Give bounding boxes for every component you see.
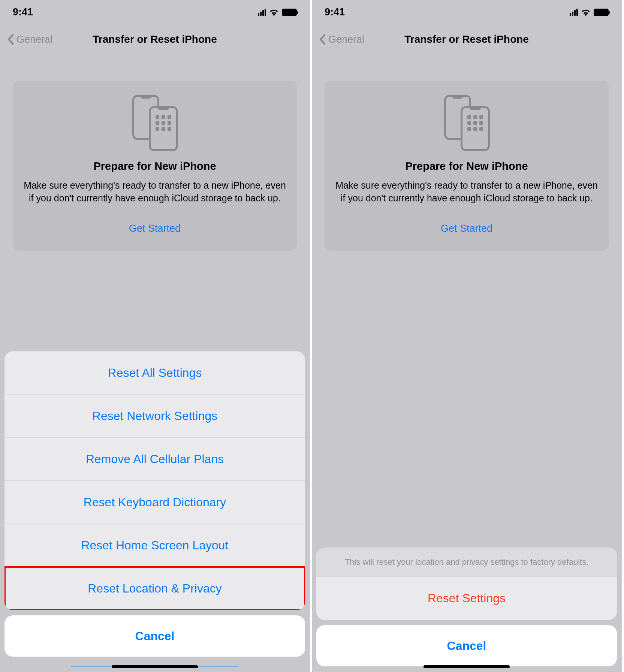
battery-icon — [594, 9, 609, 16]
phone-left: 9:41 General Transfer or Reset iPhone — [0, 0, 310, 672]
remove-cellular-plans[interactable]: Remove All Cellular Plans — [4, 438, 305, 481]
status-time: 9:41 — [13, 6, 33, 18]
status-right — [570, 9, 609, 16]
reset-settings-confirm[interactable]: Reset Settings — [316, 577, 617, 620]
reset-all-settings[interactable]: Reset All Settings — [4, 351, 305, 394]
content: Prepare for New iPhone Make sure everyth… — [312, 81, 621, 251]
battery-icon — [282, 9, 297, 16]
prepare-card: Prepare for New iPhone Make sure everyth… — [325, 81, 609, 251]
reset-options-sheet: Reset All Settings Reset Network Setting… — [4, 351, 305, 610]
confirm-sheet: This will reset your location and privac… — [316, 548, 617, 620]
signal-icon — [258, 9, 266, 16]
get-started-link[interactable]: Get Started — [334, 223, 599, 234]
nav-bar: General Transfer or Reset iPhone — [0, 24, 310, 54]
content: Prepare for New iPhone Make sure everyth… — [0, 81, 310, 251]
status-time: 9:41 — [325, 6, 345, 18]
page-title: Transfer or Reset iPhone — [404, 33, 528, 45]
page-title: Transfer or Reset iPhone — [93, 33, 217, 45]
home-indicator[interactable] — [112, 665, 198, 668]
home-indicator[interactable] — [423, 665, 510, 668]
nav-bar: General Transfer or Reset iPhone — [312, 24, 621, 54]
phone-right: 9:41 General Transfer or Reset iPhone — [312, 0, 622, 672]
status-right — [258, 9, 297, 16]
status-bar: 9:41 — [0, 0, 310, 24]
card-desc: Make sure everything's ready to transfer… — [334, 179, 599, 205]
back-label: General — [16, 34, 52, 45]
cancel-button[interactable]: Cancel — [4, 615, 305, 657]
back-label: General — [328, 34, 364, 45]
chevron-left-icon — [319, 34, 326, 45]
signal-icon — [570, 9, 578, 16]
wifi-icon — [269, 9, 279, 16]
back-button[interactable]: General — [319, 34, 364, 45]
reset-network-settings[interactable]: Reset Network Settings — [4, 394, 305, 438]
get-started-link[interactable]: Get Started — [22, 223, 287, 234]
back-button[interactable]: General — [7, 34, 52, 45]
wifi-icon — [581, 9, 591, 16]
devices-icon — [132, 95, 177, 151]
chevron-left-icon — [7, 34, 14, 45]
status-bar: 9:41 — [312, 0, 621, 24]
card-desc: Make sure everything's ready to transfer… — [22, 179, 287, 205]
card-title: Prepare for New iPhone — [334, 160, 599, 172]
cancel-button[interactable]: Cancel — [316, 625, 617, 666]
action-sheet: This will reset your location and privac… — [312, 548, 621, 672]
confirm-message: This will reset your location and privac… — [316, 548, 617, 577]
reset-keyboard-dictionary[interactable]: Reset Keyboard Dictionary — [4, 481, 305, 524]
card-title: Prepare for New iPhone — [22, 160, 287, 172]
reset-home-screen-layout[interactable]: Reset Home Screen Layout — [4, 524, 305, 567]
action-sheet: Reset All Settings Reset Network Setting… — [0, 351, 310, 672]
reset-location-privacy[interactable]: Reset Location & Privacy — [4, 567, 305, 610]
devices-icon — [444, 95, 489, 151]
prepare-card: Prepare for New iPhone Make sure everyth… — [13, 81, 297, 251]
